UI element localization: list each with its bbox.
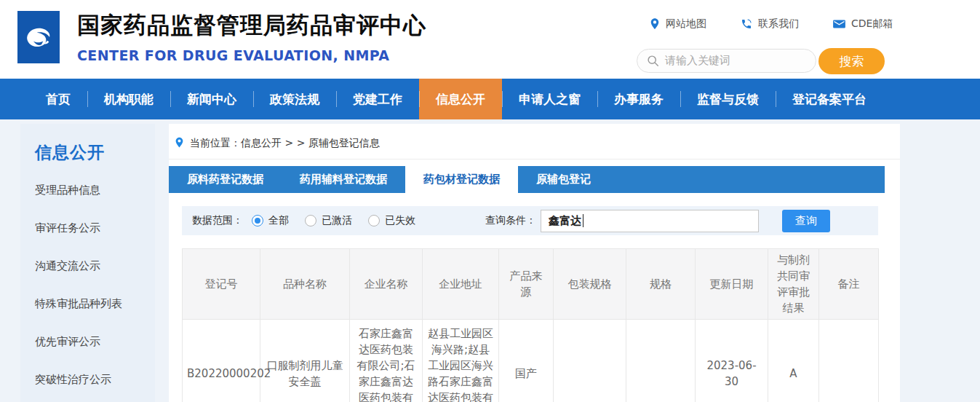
sidebar-item-review-tasks[interactable]: 审评任务公示	[35, 221, 155, 235]
cell-product-name: 口服制剂用儿童安全盖	[260, 320, 350, 402]
nav-item-home[interactable]: 首页	[29, 79, 87, 119]
site-title-block: 国家药品监督管理局药品审评中心 CENTER FOR DRUG EVALUATI…	[77, 10, 426, 63]
nav-item-functions[interactable]: 机构职能	[87, 79, 170, 119]
sidebar-item-communication[interactable]: 沟通交流公示	[35, 259, 155, 273]
col-header-company-name: 企业名称	[350, 249, 423, 320]
query-condition-input[interactable]: 鑫富达	[541, 210, 759, 232]
contact-us-link-label: 联系我们	[758, 17, 799, 31]
sidebar: 信息公开 受理品种信息 审评任务公示 沟通交流公示 特殊审批品种列表 优先审评公…	[20, 124, 155, 402]
nav-item-services[interactable]: 办事服务	[597, 79, 680, 119]
breadcrumb: 当前位置：信息公开 > > 原辅包登记信息	[169, 124, 900, 159]
table-row: B20220000202 口服制剂用儿童安全盖 石家庄鑫富达医药包装有限公司;石…	[183, 320, 879, 402]
table-header-row: 登记号 品种名称 企业名称 企业地址 产品来源 包装规格 规格 更新日期 与制剂…	[183, 249, 879, 320]
sidebar-item-accepted-varieties[interactable]: 受理品种信息	[35, 184, 155, 197]
sidebar-item-priority-review[interactable]: 优先审评公示	[35, 335, 155, 349]
col-header-packaging-spec: 包装规格	[554, 249, 626, 320]
location-pin-icon	[650, 18, 660, 30]
nav-item-supervision-feedback[interactable]: 监督与反馈	[680, 79, 776, 119]
site-subtitle: CENTER FOR DRUG EVALUATION, NMPA	[77, 47, 426, 63]
radio-option-expired-label: 已失效	[385, 214, 415, 227]
col-header-joint-review-result: 与制剂共同审评审批结果	[768, 249, 819, 320]
col-header-company-address: 企业地址	[423, 249, 499, 320]
sidebar-item-breakthrough-therapy[interactable]: 突破性治疗公示	[35, 373, 155, 387]
cell-joint-review-result: A	[768, 320, 819, 402]
col-header-update-date: 更新日期	[696, 249, 768, 320]
query-condition-value: 鑫富达	[549, 214, 581, 228]
nav-item-party[interactable]: 党建工作	[336, 79, 419, 119]
col-header-spec: 规格	[626, 249, 696, 320]
cell-company-name: 石家庄鑫富达医药包装有限公司;石家庄鑫富达医药包装有限公司	[350, 320, 423, 402]
contact-us-link[interactable]: 联系我们	[741, 17, 799, 31]
cell-product-origin: 国产	[499, 320, 554, 402]
swan-logo-icon	[22, 20, 55, 54]
registration-data-table: 登记号 品种名称 企业名称 企业地址 产品来源 包装规格 规格 更新日期 与制剂…	[182, 248, 879, 402]
cell-remark	[819, 320, 879, 402]
query-button[interactable]: 查询	[782, 210, 830, 232]
col-header-product-name: 品种名称	[260, 249, 350, 320]
mail-icon	[833, 19, 845, 29]
search-placeholder: 请输入关键词	[665, 54, 730, 68]
nav-item-info-disclosure[interactable]: 信息公开	[419, 79, 502, 119]
cde-logo	[17, 11, 60, 63]
radio-checked-icon[interactable]	[252, 215, 263, 226]
main-panel: 当前位置：信息公开 > > 原辅包登记信息 原料药登记数据 药用辅料登记数据 药…	[169, 124, 900, 402]
site-search-input[interactable]: 请输入关键词	[637, 49, 816, 73]
nav-item-policies[interactable]: 政策法规	[253, 79, 336, 119]
radio-option-all-label: 全部	[268, 214, 289, 227]
cde-mail-link-label: CDE邮箱	[851, 17, 893, 31]
cell-company-address: 赵县工业园区海兴路;赵县工业园区海兴路石家庄鑫富达医药包装有限公司一车间	[423, 320, 499, 402]
site-search-button[interactable]: 搜索	[818, 48, 885, 74]
sidebar-title: 信息公开	[35, 141, 155, 164]
sitemap-link-label: 网站地图	[666, 17, 706, 31]
nav-item-news[interactable]: 新闻中心	[170, 79, 253, 119]
tab-api-registration-data[interactable]: 原料药登记数据	[169, 166, 282, 193]
breadcrumb-label: 当前位置：信息公开 > > 原辅包登记信息	[190, 137, 380, 150]
cell-registration-no: B20220000202	[183, 320, 260, 402]
text-cursor	[583, 214, 583, 227]
cell-spec	[626, 320, 696, 402]
radio-option-all[interactable]: 全部	[252, 214, 289, 227]
location-pin-icon	[175, 137, 184, 149]
tab-bar: 原料药登记数据 药用辅料登记数据 药包材登记数据 原辅包登记	[169, 166, 885, 193]
radio-unchecked-icon[interactable]	[368, 215, 380, 226]
radio-unchecked-icon[interactable]	[305, 215, 316, 226]
query-condition-label: 查询条件：	[485, 214, 536, 227]
tab-packaging-registration-data[interactable]: 药包材登记数据	[405, 166, 518, 193]
cell-update-date: 2023-06-30	[696, 320, 768, 402]
site-title: 国家药品监督管理局药品审评中心	[77, 10, 426, 41]
radio-option-activated[interactable]: 已激活	[305, 214, 352, 227]
col-header-registration-no: 登记号	[183, 249, 260, 320]
tab-apief-registration[interactable]: 原辅包登记	[518, 166, 609, 193]
cde-mail-link[interactable]: CDE邮箱	[833, 17, 893, 31]
page-header: 国家药品监督管理局药品审评中心 CENTER FOR DRUG EVALUATI…	[0, 0, 980, 79]
nav-item-registration-platform[interactable]: 登记备案平台	[776, 79, 883, 119]
radio-option-expired[interactable]: 已失效	[368, 214, 415, 227]
sitemap-link[interactable]: 网站地图	[650, 17, 706, 31]
col-header-remark: 备注	[819, 249, 879, 320]
nav-item-applicant-window[interactable]: 申请人之窗	[502, 79, 597, 119]
search-icon	[647, 55, 659, 67]
phone-icon	[741, 18, 752, 30]
cell-packaging-spec	[554, 320, 626, 402]
header-quick-links: 网站地图 联系我们 CDE邮箱	[650, 17, 893, 31]
filter-bar: 数据范围： 全部 已激活 已失效 查询条件： 鑫富达 查询	[182, 206, 878, 235]
col-header-product-origin: 产品来源	[499, 249, 554, 320]
radio-option-activated-label: 已激活	[322, 214, 352, 227]
data-scope-label: 数据范围：	[192, 214, 243, 227]
tab-excipient-registration-data[interactable]: 药用辅料登记数据	[282, 166, 405, 193]
sidebar-item-special-approval[interactable]: 特殊审批品种列表	[35, 297, 155, 311]
main-nav: 首页 机构职能 新闻中心 政策法规 党建工作 信息公开 申请人之窗 办事服务 监…	[0, 79, 980, 119]
